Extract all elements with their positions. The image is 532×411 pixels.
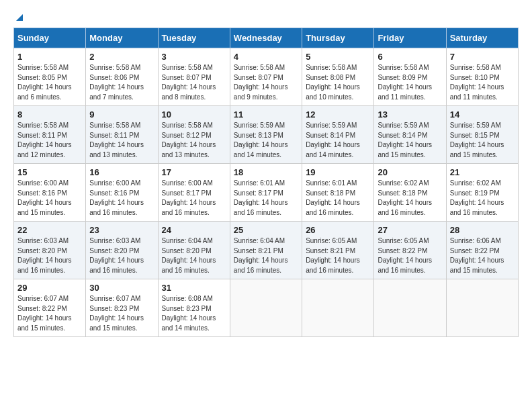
day-number: 31 — [162, 283, 226, 293]
logo — [13, 12, 24, 22]
day-number: 15 — [17, 167, 82, 177]
day-number: 1 — [17, 52, 82, 62]
day-number: 23 — [89, 225, 154, 235]
day-detail: Sunrise: 5:58 AMSunset: 8:11 PMDaylight:… — [89, 121, 154, 160]
calendar-week-3: 15Sunrise: 6:00 AMSunset: 8:16 PMDayligh… — [14, 164, 519, 222]
weekday-row: SundayMondayTuesdayWednesdayThursdayFrid… — [14, 28, 519, 48]
day-number: 18 — [234, 167, 298, 177]
calendar-cell: 5Sunrise: 5:58 AMSunset: 8:08 PMDaylight… — [302, 48, 374, 106]
weekday-header-monday: Monday — [86, 28, 158, 48]
calendar-cell: 7Sunrise: 5:58 AMSunset: 8:10 PMDaylight… — [446, 48, 518, 106]
calendar-header: SundayMondayTuesdayWednesdayThursdayFrid… — [14, 28, 519, 48]
calendar-cell: 8Sunrise: 5:58 AMSunset: 8:11 PMDaylight… — [14, 106, 86, 164]
day-detail: Sunrise: 6:05 AMSunset: 8:21 PMDaylight:… — [306, 236, 370, 275]
day-detail: Sunrise: 5:58 AMSunset: 8:07 PMDaylight:… — [234, 63, 298, 102]
calendar-cell: 31Sunrise: 6:08 AMSunset: 8:23 PMDayligh… — [158, 279, 230, 337]
calendar-cell: 11Sunrise: 5:59 AMSunset: 8:13 PMDayligh… — [230, 106, 302, 164]
calendar-cell: 15Sunrise: 6:00 AMSunset: 8:16 PMDayligh… — [14, 164, 86, 222]
day-number: 22 — [17, 225, 82, 235]
day-detail: Sunrise: 5:59 AMSunset: 8:15 PMDaylight:… — [450, 121, 515, 160]
day-detail: Sunrise: 6:05 AMSunset: 8:22 PMDaylight:… — [378, 236, 442, 275]
calendar-cell: 6Sunrise: 5:58 AMSunset: 8:09 PMDaylight… — [374, 48, 446, 106]
weekday-header-wednesday: Wednesday — [230, 28, 302, 48]
svg-marker-0 — [16, 14, 23, 21]
calendar-cell: 9Sunrise: 5:58 AMSunset: 8:11 PMDaylight… — [86, 106, 158, 164]
calendar-cell: 30Sunrise: 6:07 AMSunset: 8:23 PMDayligh… — [86, 279, 158, 337]
day-detail: Sunrise: 5:59 AMSunset: 8:13 PMDaylight:… — [234, 121, 298, 160]
calendar-cell: 17Sunrise: 6:00 AMSunset: 8:17 PMDayligh… — [158, 164, 230, 222]
day-detail: Sunrise: 5:58 AMSunset: 8:11 PMDaylight:… — [17, 121, 82, 160]
calendar-cell: 23Sunrise: 6:03 AMSunset: 8:20 PMDayligh… — [86, 222, 158, 279]
weekday-header-friday: Friday — [374, 28, 446, 48]
day-number: 13 — [378, 109, 442, 120]
calendar-cell: 20Sunrise: 6:02 AMSunset: 8:18 PMDayligh… — [374, 164, 446, 222]
day-number: 12 — [306, 109, 370, 120]
day-number: 28 — [450, 225, 515, 235]
calendar-week-2: 8Sunrise: 5:58 AMSunset: 8:11 PMDaylight… — [14, 106, 519, 164]
day-number: 30 — [89, 283, 154, 293]
logo-triangle-icon — [15, 13, 24, 22]
day-detail: Sunrise: 5:58 AMSunset: 8:08 PMDaylight:… — [306, 63, 370, 102]
day-number: 10 — [162, 109, 226, 120]
day-detail: Sunrise: 6:08 AMSunset: 8:23 PMDaylight:… — [162, 294, 226, 333]
calendar-cell: 27Sunrise: 6:05 AMSunset: 8:22 PMDayligh… — [374, 222, 446, 279]
day-detail: Sunrise: 6:03 AMSunset: 8:20 PMDaylight:… — [89, 236, 154, 275]
calendar-cell: 24Sunrise: 6:04 AMSunset: 8:20 PMDayligh… — [158, 222, 230, 279]
day-number: 8 — [17, 109, 82, 120]
day-detail: Sunrise: 6:00 AMSunset: 8:17 PMDaylight:… — [162, 179, 226, 218]
calendar-week-1: 1Sunrise: 5:58 AMSunset: 8:05 PMDaylight… — [14, 48, 519, 106]
calendar-cell: 14Sunrise: 5:59 AMSunset: 8:15 PMDayligh… — [446, 106, 518, 164]
calendar-cell: 10Sunrise: 5:58 AMSunset: 8:12 PMDayligh… — [158, 106, 230, 164]
day-detail: Sunrise: 6:00 AMSunset: 8:16 PMDaylight:… — [89, 179, 154, 218]
day-detail: Sunrise: 5:58 AMSunset: 8:10 PMDaylight:… — [450, 63, 515, 102]
day-number: 19 — [306, 167, 370, 177]
day-number: 26 — [306, 225, 370, 235]
day-detail: Sunrise: 5:58 AMSunset: 8:05 PMDaylight:… — [17, 63, 82, 102]
calendar-cell: 18Sunrise: 6:01 AMSunset: 8:17 PMDayligh… — [230, 164, 302, 222]
day-detail: Sunrise: 6:02 AMSunset: 8:19 PMDaylight:… — [450, 179, 515, 218]
calendar-cell: 22Sunrise: 6:03 AMSunset: 8:20 PMDayligh… — [14, 222, 86, 279]
calendar-cell: 28Sunrise: 6:06 AMSunset: 8:22 PMDayligh… — [446, 222, 518, 279]
day-detail: Sunrise: 6:02 AMSunset: 8:18 PMDaylight:… — [378, 179, 442, 218]
calendar-cell: 25Sunrise: 6:04 AMSunset: 8:21 PMDayligh… — [230, 222, 302, 279]
day-number: 2 — [89, 52, 154, 62]
weekday-header-thursday: Thursday — [302, 28, 374, 48]
day-number: 4 — [234, 52, 298, 62]
calendar-cell: 12Sunrise: 5:59 AMSunset: 8:14 PMDayligh… — [302, 106, 374, 164]
day-detail: Sunrise: 5:59 AMSunset: 8:14 PMDaylight:… — [378, 121, 442, 160]
calendar-cell: 4Sunrise: 5:58 AMSunset: 8:07 PMDaylight… — [230, 48, 302, 106]
calendar-cell — [446, 279, 518, 337]
calendar-week-5: 29Sunrise: 6:07 AMSunset: 8:22 PMDayligh… — [14, 279, 519, 337]
day-number: 29 — [17, 283, 82, 293]
day-number: 6 — [378, 52, 442, 62]
calendar-cell: 26Sunrise: 6:05 AMSunset: 8:21 PMDayligh… — [302, 222, 374, 279]
calendar-cell — [230, 279, 302, 337]
day-number: 5 — [306, 52, 370, 62]
day-detail: Sunrise: 5:59 AMSunset: 8:14 PMDaylight:… — [306, 121, 370, 160]
day-number: 21 — [450, 167, 515, 177]
calendar-cell — [302, 279, 374, 337]
day-detail: Sunrise: 6:04 AMSunset: 8:21 PMDaylight:… — [234, 236, 298, 275]
calendar-cell: 13Sunrise: 5:59 AMSunset: 8:14 PMDayligh… — [374, 106, 446, 164]
day-number: 7 — [450, 52, 515, 62]
day-number: 25 — [234, 225, 298, 235]
day-number: 3 — [162, 52, 226, 62]
calendar-cell — [374, 279, 446, 337]
day-detail: Sunrise: 6:07 AMSunset: 8:23 PMDaylight:… — [89, 294, 154, 333]
calendar-table: SundayMondayTuesdayWednesdayThursdayFrid… — [13, 28, 519, 337]
page: SundayMondayTuesdayWednesdayThursdayFrid… — [0, 0, 532, 345]
day-detail: Sunrise: 6:01 AMSunset: 8:18 PMDaylight:… — [306, 179, 370, 218]
day-number: 9 — [89, 109, 154, 120]
calendar-cell: 2Sunrise: 5:58 AMSunset: 8:06 PMDaylight… — [86, 48, 158, 106]
day-number: 24 — [162, 225, 226, 235]
day-detail: Sunrise: 5:58 AMSunset: 8:07 PMDaylight:… — [162, 63, 226, 102]
day-number: 16 — [89, 167, 154, 177]
day-detail: Sunrise: 5:58 AMSunset: 8:12 PMDaylight:… — [162, 121, 226, 160]
day-detail: Sunrise: 6:04 AMSunset: 8:20 PMDaylight:… — [162, 236, 226, 275]
day-detail: Sunrise: 6:06 AMSunset: 8:22 PMDaylight:… — [450, 236, 515, 275]
weekday-header-sunday: Sunday — [14, 28, 86, 48]
calendar-cell: 16Sunrise: 6:00 AMSunset: 8:16 PMDayligh… — [86, 164, 158, 222]
day-number: 27 — [378, 225, 442, 235]
day-number: 20 — [378, 167, 442, 177]
day-detail: Sunrise: 5:58 AMSunset: 8:09 PMDaylight:… — [378, 63, 442, 102]
